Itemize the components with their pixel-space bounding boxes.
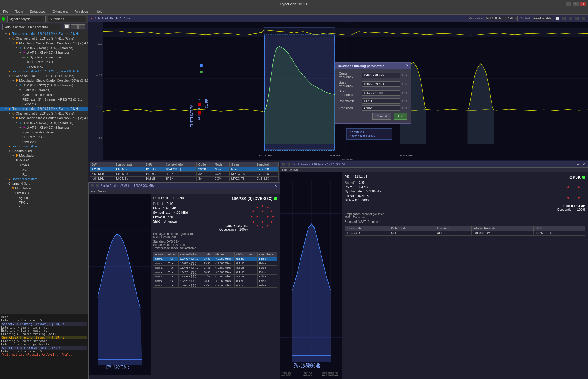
tree-tdm-3[interactable]: ▼ T TDM (DVB-S2X) (100%) (8 frames): [0, 120, 88, 125]
frame-table-row[interactable]: normalTrue16APSK [0] (...23/36< 9.860 Mb…: [153, 261, 277, 266]
carrier2-views-menu[interactable]: Views: [290, 168, 298, 171]
tree-8psk-2[interactable]: ▼ ✦ 8PSK (6 frames): [0, 88, 88, 92]
tree-filtered-3[interactable]: ▼ ■ Filtered record (fc = 12696.71 MHz, …: [0, 107, 88, 111]
transition-input[interactable]: [362, 105, 400, 111]
tree-tdm-4[interactable]: TDM (DV...: [0, 158, 88, 163]
tree-tdm-1[interactable]: ▼ T TDM (DVB-S2X) (100%) (8 frames): [0, 45, 88, 50]
tree-std-2[interactable]: DVB-S2X: [0, 102, 88, 107]
resolution-dropdown[interactable]: 578.168 Hz - 737.28 µs: [486, 16, 518, 21]
tree-channel-2[interactable]: ▼ ⬡ Channel 0 (id 1, 511026 S -> 40.882 …: [0, 73, 88, 78]
tree-std-1[interactable]: — D DVB-S2X: [0, 64, 88, 69]
cancel-button[interactable]: Cancel: [372, 113, 391, 120]
cell-stream: MPEG-TS: [229, 172, 254, 177]
menu-tools[interactable]: Tools: [14, 9, 25, 14]
svg-text:117.034912 kHz: 117.034912 kHz: [349, 131, 368, 134]
frame-table-row[interactable]: normalTrue16APSK [0] (...23/36< 9.860 Mb…: [153, 270, 277, 275]
tree-filtered-4[interactable]: ▼ ■ Filtered record (fc =...: [0, 144, 88, 148]
tree-filtered-1[interactable]: ▼ ■ Filtered record (fc = 12696.71 MHz, …: [0, 32, 88, 36]
vsat-table-row[interactable]: TPC 0.95C OFF OFF 191.998 kb/s 1.2450819…: [345, 231, 585, 236]
frame-table-row[interactable]: normalTrue16APSK [0] (...23/36< 9.860 Mb…: [153, 257, 277, 261]
carrier1-spectrum-svg[interactable]: BW = 4.20475 MHz 12694.606 MHz 12697.159…: [89, 194, 151, 375]
tree-modulation-2[interactable]: ▼ M Modulation Single Carrier Complex (9…: [0, 78, 88, 83]
tree-sync-2[interactable]: Synchronization done: [0, 92, 88, 97]
carrier1-close-button[interactable]: ✕: [273, 184, 278, 188]
carrier2-close-button[interactable]: ✕: [582, 162, 586, 166]
tree-channel-3[interactable]: ▼ ⬡ Channel 0 (id 5, 513456 S -> 41.076 …: [0, 111, 88, 116]
ok-button[interactable]: OK: [394, 113, 407, 120]
tree-16apsk-1[interactable]: ▼ ✦ 16APSK [0] (4+12) (8 frames): [0, 50, 88, 55]
frame-table-row[interactable]: normalTrue16APSK [0] (...23/36< 9.860 Mb…: [153, 275, 277, 279]
carrier1-spectrum[interactable]: BW = 4.20475 MHz 12694.606 MHz 12697.159…: [89, 194, 151, 375]
menu-file[interactable]: File: [1, 9, 10, 14]
carrier2-min-button[interactable]: ─: [576, 162, 580, 166]
signal-analysis-dropdown[interactable]: Signal analysis: [7, 16, 46, 22]
tree-n-5[interactable]: N...: [0, 205, 88, 210]
tree-16apsk-3[interactable]: ▼ ✦ 16APSK [0] (4+12) (8 frames): [0, 125, 88, 130]
restore-button[interactable]: □: [573, 2, 579, 6]
spectrum-icon-4[interactable]: ⬛: [574, 16, 580, 21]
tree-sync-3[interactable]: Synchronization done: [0, 130, 88, 135]
svg-point-55: [253, 211, 254, 212]
tree-fec-3[interactable]: FEC rate : 23/36: [0, 135, 88, 139]
stop-freq-input[interactable]: [362, 90, 400, 96]
menu-extensions[interactable]: Extensions: [51, 9, 70, 14]
tree-sync-4[interactable]: Sy...: [0, 167, 88, 172]
layout-btn-1[interactable]: ⬜: [64, 24, 70, 29]
close-button[interactable]: ✕: [580, 2, 586, 6]
frame-table-row[interactable]: normalTrue16APSK [0] (...23/36< 9.860 Mb…: [153, 266, 277, 270]
tree-f-4[interactable]: F...: [0, 172, 88, 177]
layout-btn-2[interactable]: ⬛: [71, 24, 78, 29]
carrier1-file-menu[interactable]: File: [91, 190, 95, 193]
tree-filtered-2[interactable]: ▼ ■ Filtered record (fc = 12702.81 MHz, …: [0, 69, 88, 73]
table-row[interactable]: 4.62 MHz 4.00 MBd 14.2 dB 8PSK 3/4 CCM M…: [90, 172, 279, 177]
spectrum-icon-1[interactable]: ⬜: [554, 16, 560, 21]
th-const: Constellation: [178, 252, 202, 257]
context-dropdown[interactable]: Default context : Fixed satellite: [2, 24, 61, 30]
tree-modulation-4[interactable]: ▼ M Modulation: [0, 153, 88, 158]
tree-modulation-5[interactable]: M Modulation: [0, 186, 88, 191]
menu-help[interactable]: Help: [94, 9, 104, 14]
table-row[interactable]: 4.64 MHz 4.00 MBd 14.3 dB 8PSK 3/4 CCM M…: [90, 177, 279, 181]
spectrum-close-icon[interactable]: ●: [90, 17, 92, 20]
carrier2-file-menu[interactable]: File: [282, 168, 287, 171]
tree-modulation-1[interactable]: ▼ M Modulation Single Carrier Complex (9…: [0, 41, 88, 45]
tree-channel-5[interactable]: Channel 0 (id...: [0, 181, 88, 186]
bandwidth-input[interactable]: [362, 98, 400, 104]
spectrum-icon-2[interactable]: ⬛: [561, 16, 567, 21]
tree-sync-1[interactable]: — ✓ Synchronization done: [0, 55, 88, 60]
title-bar: HyperMon 2021.0 ─ □ ✕: [0, 0, 588, 8]
window-controls[interactable]: ─ □ ✕: [566, 2, 586, 6]
automatic-dropdown[interactable]: Automatic: [48, 16, 86, 22]
carrier1-views-menu[interactable]: Views: [98, 190, 106, 193]
tree-filtered-5[interactable]: ▼ ■ Filtered record (fc =...: [0, 177, 88, 181]
tree-qpsk-5[interactable]: QPSK (1(...: [0, 191, 88, 195]
tree-modulation-3[interactable]: ▼ M Modulation Single Carrier Complex (9…: [0, 116, 88, 120]
layout-btn-3[interactable]: ⬛: [78, 24, 85, 29]
table-row[interactable]: 4.2 MHz 4.00 MBd 12.3 dB 16APSK [0]... 2…: [90, 167, 279, 172]
spectrum-icon-3[interactable]: ⬛: [567, 16, 573, 21]
carrier2-spectrum[interactable]: BW = 124.549866 kHz 12677.937 12677.949 …: [280, 172, 342, 379]
tree-fec-1[interactable]: — ⬤ FEC rate : 23/36: [0, 60, 88, 64]
tree-tpc-5[interactable]: TPC...: [0, 200, 88, 205]
dialog-close-icon[interactable]: ✕: [406, 64, 408, 68]
spectrum-icon-5[interactable]: ⬛: [580, 16, 586, 21]
tree-channel-1[interactable]: ▼ ⬡ Channel 0 (id 5, 513456 S -> 41.076 …: [0, 36, 88, 41]
carrier1-min-button[interactable]: ─: [268, 184, 272, 188]
col-standard: Standard: [254, 162, 279, 167]
frame-table-row[interactable]: normalTrue16APSK [0] (...23/36< 9.860 Mb…: [153, 279, 277, 283]
tree-fec-2[interactable]: FEC rate : 3/4, Stream : MPEG-TS @ 8...: [0, 97, 88, 102]
carrier2-spectrum-svg[interactable]: BW = 124.549866 kHz 12677.937 12677.949 …: [280, 172, 342, 379]
context-spectrum-dropdown[interactable]: Fixed satellite: [533, 16, 552, 21]
tree-tdm-2[interactable]: ▼ T TDM (DVB-S2X) (100%) (6 frames): [0, 83, 88, 88]
tree-sync-5[interactable]: Synch...: [0, 195, 88, 200]
menu-windows[interactable]: Windows: [74, 9, 91, 14]
menu-databases[interactable]: Databases: [28, 9, 47, 14]
center-freq-input[interactable]: [362, 73, 400, 78]
tree-8psk-4[interactable]: 8PSK (...: [0, 163, 88, 167]
minimize-button[interactable]: ─: [566, 2, 571, 6]
tree-channel-4[interactable]: ▼ Channel 0 (id...: [0, 148, 88, 153]
tree-std-3[interactable]: DVB-S2X: [0, 139, 88, 144]
start-freq-input[interactable]: [362, 81, 400, 87]
svg-rect-23: [200, 71, 203, 73]
frame-table-row[interactable]: normalTrue16APSK [0] (...23/36< 9.860 Mb…: [153, 283, 277, 288]
